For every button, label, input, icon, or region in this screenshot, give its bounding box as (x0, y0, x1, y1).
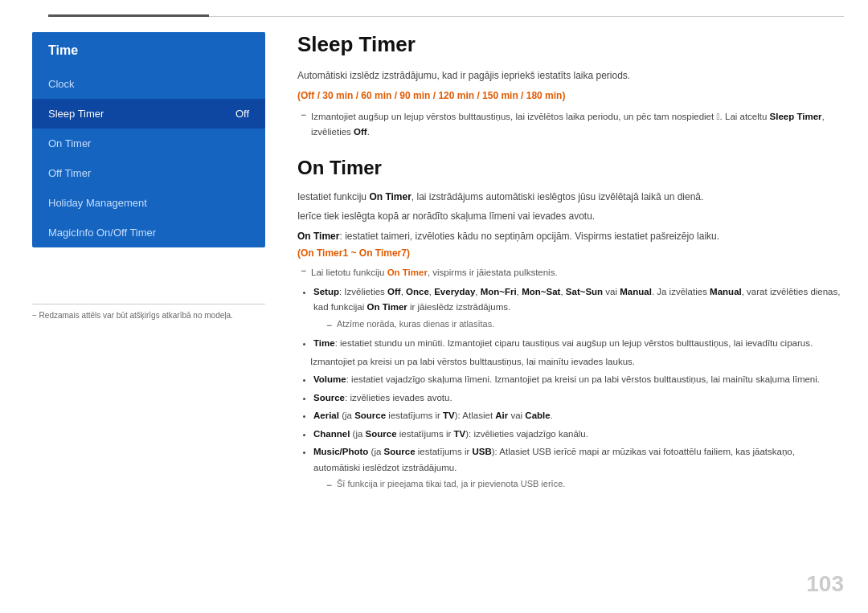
sleep-timer-desc: Automātiski izslēdz izstrādājumu, kad ir… (297, 68, 844, 84)
main-content: Sleep Timer Automātiski izslēdz izstrādā… (297, 32, 844, 581)
sub-note-usb: − Šī funkcija ir pieejama tikai tad, ja … (326, 477, 844, 493)
bullet-setup: Setup: Izvēlieties Off, Once, Everyday, … (313, 284, 844, 333)
note-dash-icon: − (301, 265, 306, 276)
sidebar-item-magicinfo[interactable]: MagicInfo On/Off Timer (32, 218, 265, 247)
top-line-dark (48, 14, 209, 17)
on-timer-note1: Lai lietotu funkciju On Timer, vispirms … (311, 265, 558, 280)
top-line-light (209, 16, 844, 17)
sidebar-item-holiday-management[interactable]: Holiday Management (32, 188, 265, 218)
sidebar-note: − Redzamais attēls var būt atšķirīgs atk… (32, 297, 265, 326)
on-timer-title: On Timer (297, 157, 844, 179)
sidebar: Time Clock Sleep Timer Off On Timer Off … (32, 32, 265, 247)
sidebar-item-off-timer[interactable]: Off Timer (32, 158, 265, 188)
on-timer-desc1: Iestatiet funkciju On Timer, lai izstrād… (297, 189, 844, 205)
bullet-time: Time: iestatiet stundu un minūti. Izmant… (313, 336, 844, 352)
bullet-aerial: Aerial (ja Source iestatījums ir TV): At… (313, 408, 844, 424)
sleep-timer-instruction: Izmantojiet augšup un lejup vērstos bult… (311, 109, 844, 139)
sleep-timer-options: (Off / 30 min / 60 min / 90 min / 120 mi… (297, 90, 844, 101)
on-timer-desc3: On Timer: iestatiet taimeri, izvēloties … (297, 228, 844, 244)
bullet-source: Source: izvēlieties ievades avotu. (313, 390, 844, 407)
bullet-music-photo: Music/Photo (ja Source iestatījums ir US… (313, 444, 844, 493)
sub-note-setup: − Atzīme norāda, kuras dienas ir atlasīt… (326, 317, 844, 333)
page-number: 103 (806, 571, 844, 597)
sidebar-item-clock[interactable]: Clock (32, 69, 265, 99)
on-timer-note1-block: − Lai lietotu funkciju On Timer, vispirm… (297, 265, 844, 280)
bullet-channel: Channel (ja Source iestatījums ir TV): i… (313, 427, 844, 443)
sidebar-item-on-timer[interactable]: On Timer (32, 129, 265, 158)
bullet-time-note: Izmantojiet pa kreisi un pa labi vērstos… (310, 354, 844, 370)
sleep-timer-title: Sleep Timer (297, 32, 844, 57)
sleep-timer-instruction-block: − Izmantojiet augšup un lejup vērstos bu… (301, 109, 844, 139)
on-timer-desc2: Ierīce tiek ieslēgta kopā ar norādīto sk… (297, 208, 844, 224)
bullet-volume: Volume: iestatiet vajadzīgo skaļuma līme… (313, 372, 844, 388)
sidebar-item-sleep-timer[interactable]: Sleep Timer Off (32, 99, 265, 129)
dash-icon: − (301, 109, 306, 121)
sidebar-header: Time (32, 32, 265, 69)
on-timer-bullet-list: Setup: Izvēlieties Off, Once, Everyday, … (313, 284, 844, 494)
sidebar-note-divider (32, 304, 265, 304)
on-timer-options: (On Timer1 ~ On Timer7) (297, 247, 844, 259)
